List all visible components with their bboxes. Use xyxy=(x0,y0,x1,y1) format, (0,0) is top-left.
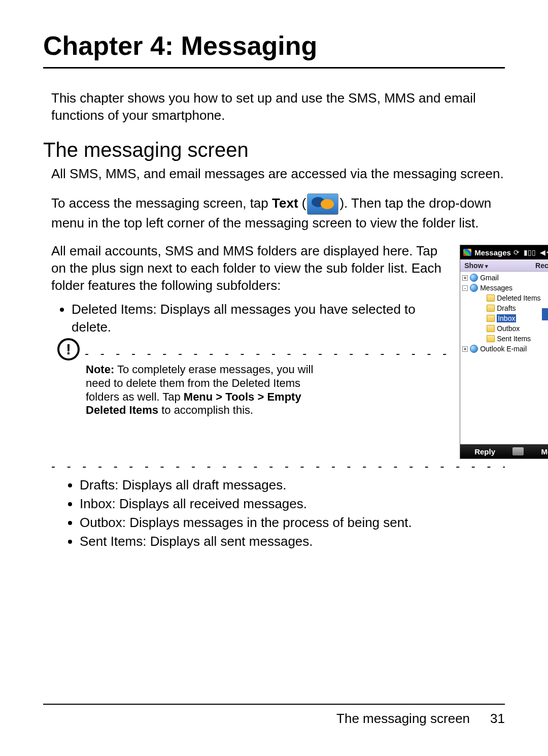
tree-row-deleted[interactable]: Deleted Items xyxy=(462,293,540,303)
list-item: Drafts: Displays all draft messages. xyxy=(80,476,505,494)
tree-row-sent[interactable]: Sent Items xyxy=(462,334,540,344)
globe-icon xyxy=(470,274,478,282)
list-item: Outbox: Displays messages in the process… xyxy=(80,514,505,532)
p2-bold: Text xyxy=(272,195,298,211)
size-column: 1Kso… 1Kco… 1K 1Ke s… 1Kis!@ 1Kove… 1Ke … xyxy=(542,272,548,444)
paragraph-2: To access the messaging screen, tap Text… xyxy=(51,193,505,232)
tree-row-inbox[interactable]: Inbox xyxy=(462,313,540,323)
signal-icon: ▮▯▯ xyxy=(524,248,536,256)
size: 1K xyxy=(542,340,548,347)
expand-icon[interactable]: + xyxy=(462,275,468,281)
tree-label: Gmail xyxy=(480,274,499,282)
screenshot-title: Messages xyxy=(474,248,511,257)
frag: e xyxy=(542,383,548,389)
chapter-title: Chapter 4: Messaging xyxy=(43,30,505,69)
note-separator-bottom: - - - - - - - - - - - - - - - - - - - - … xyxy=(51,459,505,473)
tree-row-gmail[interactable]: + Gmail xyxy=(462,273,540,283)
folder-icon xyxy=(487,305,495,312)
messaging-screenshot: Messages ⟳ ▮▯▯ ◀✦ ▭ ✕ Show Received + xyxy=(460,245,548,459)
footer-page-number: 31 xyxy=(490,711,505,727)
note-separator-top: - - - - - - - - - - - - - - - - - - - - … xyxy=(85,345,451,361)
note-block: ! - - - - - - - - - - - - - - - - - - - … xyxy=(59,345,451,418)
subfolder-list-top: Deleted Items: Displays all messages you… xyxy=(72,301,451,336)
size: 1K xyxy=(542,291,548,298)
page-footer: The messaging screen 31 xyxy=(43,704,505,727)
show-dropdown[interactable]: Show xyxy=(464,261,488,270)
screenshot-titlebar: Messages ⟳ ▮▯▯ ◀✦ ▭ ✕ xyxy=(460,245,548,259)
screenshot-toolbar: Show Received xyxy=(460,259,548,272)
folder-tree: + Gmail - Messages Deleted Items xyxy=(460,272,548,444)
subfolder-list-bottom: Drafts: Displays all draft messages. Inb… xyxy=(80,476,505,550)
windows-flag-icon xyxy=(463,249,471,256)
text-messaging-icon xyxy=(307,193,338,215)
intro-paragraph: This chapter shows you how to set up and… xyxy=(51,90,505,124)
frag: co… xyxy=(542,298,548,304)
sync-icon: ⟳ xyxy=(513,248,520,256)
tree-row-outlook[interactable]: + Outlook E-mail xyxy=(462,344,540,354)
size: 1K xyxy=(542,309,548,316)
expand-icon[interactable]: + xyxy=(462,346,468,352)
size: 1K xyxy=(542,376,548,383)
reply-softkey[interactable]: Reply xyxy=(474,447,495,456)
folder-icon xyxy=(487,335,495,342)
size: 1K xyxy=(542,395,548,402)
list-item: Inbox: Displays all received messages. xyxy=(80,495,505,513)
volume-icon: ◀✦ xyxy=(540,248,548,256)
note-text-2: to accomplish this. xyxy=(158,404,253,416)
paragraph-1: All SMS, MMS, and email messages are acc… xyxy=(51,166,505,182)
size: 1K xyxy=(542,321,548,328)
tree-label: Drafts xyxy=(497,304,516,312)
status-icons: ⟳ ▮▯▯ ◀✦ ▭ ✕ xyxy=(513,248,548,256)
tree-label: Outlook E-mail xyxy=(480,345,527,353)
note-body: Note: To completely erase messages, you … xyxy=(86,363,319,417)
globe-icon xyxy=(470,284,478,292)
paragraph-3: All email accounts, SMS and MMS folders … xyxy=(51,243,451,294)
frag: is!@ xyxy=(542,347,548,353)
tree-row-outbox[interactable]: Outbox xyxy=(462,323,540,334)
received-dropdown[interactable]: Received xyxy=(535,261,548,270)
frag: ove… xyxy=(542,365,548,371)
footer-section-label: The messaging screen xyxy=(336,711,470,727)
tree-label: Sent Items xyxy=(497,335,531,343)
tree-label: Outbox xyxy=(497,324,520,333)
tree-row-drafts[interactable]: Drafts xyxy=(462,303,540,313)
menu-softkey[interactable]: Menu xyxy=(541,447,548,456)
note-label: Note: xyxy=(86,363,114,376)
alert-icon: ! xyxy=(57,338,80,360)
p2-pre: To access the messaging screen, tap xyxy=(51,195,272,211)
folder-icon xyxy=(487,294,495,302)
list-item: Deleted Items: Displays all messages you… xyxy=(72,301,451,336)
folder-icon xyxy=(487,325,495,332)
keyboard-icon[interactable] xyxy=(512,447,524,455)
list-item: Sent Items: Displays all sent messages. xyxy=(80,533,505,550)
tree-label: Deleted Items xyxy=(497,294,540,302)
collapse-icon[interactable]: - xyxy=(462,285,468,291)
section-title: The messaging screen xyxy=(43,139,505,161)
folder-icon xyxy=(487,315,495,322)
tree-label: Inbox xyxy=(497,314,516,322)
frag: so… xyxy=(542,280,548,286)
tree-label: Messages xyxy=(480,284,512,292)
size: 1K xyxy=(542,358,548,365)
globe-icon xyxy=(470,345,478,353)
p2-post: ( xyxy=(298,195,306,211)
frag: e s… xyxy=(542,328,548,335)
size: 1K xyxy=(542,273,548,280)
screenshot-bottombar: Reply Menu xyxy=(460,444,548,458)
tree-row-messages[interactable]: - Messages xyxy=(462,283,540,293)
